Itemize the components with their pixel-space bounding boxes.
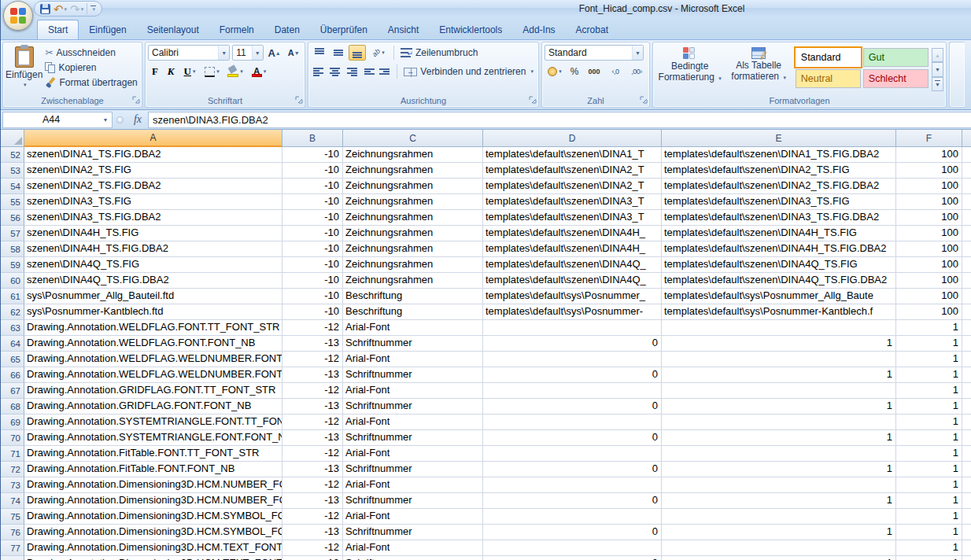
format-painter-button[interactable]: Format übertragen: [42, 76, 139, 89]
cell-A68[interactable]: Drawing.Annotation.GRIDFLAG.FONT.FONT_NB: [24, 399, 282, 414]
cell-D74[interactable]: 0: [483, 493, 662, 509]
cell-D54[interactable]: templates\default\szenen\DINA2_T: [483, 179, 662, 194]
paste-button[interactable]: Einfügen ▾: [6, 45, 42, 94]
align-top-button[interactable]: [311, 45, 328, 61]
cell-g71[interactable]: [962, 446, 971, 462]
cell-D67[interactable]: [483, 383, 662, 399]
row-header-65[interactable]: 65: [1, 352, 24, 367]
grow-font-button[interactable]: A▲: [266, 45, 283, 61]
cell-F70[interactable]: 1: [896, 430, 962, 446]
cell-F69[interactable]: 1: [896, 414, 962, 430]
cell-C70[interactable]: Schriftnummer: [343, 430, 483, 446]
chevron-down-icon[interactable]: ▼: [252, 46, 263, 60]
row-header-73[interactable]: 73: [1, 477, 24, 493]
thousand-separator-button[interactable]: 000: [584, 64, 604, 79]
cell-g66[interactable]: [962, 367, 971, 383]
cell-B61[interactable]: -10: [282, 289, 343, 304]
cell-D71[interactable]: [483, 446, 662, 462]
cell-E58[interactable]: templates\default\szenen\DINA4H_TS.FIG.D…: [662, 241, 896, 257]
cell-D55[interactable]: templates\default\szenen\DINA3_T: [483, 194, 662, 210]
cell-F53[interactable]: 100: [896, 163, 962, 179]
column-header-C[interactable]: C: [343, 130, 483, 147]
cell-D70[interactable]: 0: [483, 430, 662, 446]
row-header-76[interactable]: 76: [1, 525, 24, 540]
cell-D78[interactable]: 0: [483, 556, 662, 560]
cell-C59[interactable]: Zeichnungsrahmen: [343, 257, 483, 273]
row-header-57[interactable]: 57: [1, 226, 24, 241]
cell-F66[interactable]: 1: [896, 367, 962, 383]
gallery-more-icon[interactable]: ▼: [932, 77, 943, 91]
conditional-formatting-button[interactable]: Bedingte Formatierung ▾: [655, 45, 724, 94]
cell-A52[interactable]: szenen\DINA1_TS.FIG.DBA2: [24, 147, 282, 163]
cell-D57[interactable]: templates\default\szenen\DINA4H_: [483, 226, 662, 241]
paste-dropdown-icon[interactable]: ▾: [24, 82, 27, 88]
cell-E78[interactable]: 1: [662, 556, 896, 560]
cell-C69[interactable]: Arial-Font: [343, 414, 483, 430]
dialog-launcher-icon[interactable]: [132, 96, 140, 105]
cell-g75[interactable]: [962, 509, 971, 525]
merge-center-button[interactable]: ↔ Verbinden und zentrieren ▾: [401, 65, 536, 78]
cell-F58[interactable]: 100: [896, 241, 962, 257]
align-left-button[interactable]: [311, 64, 326, 79]
dialog-launcher-icon[interactable]: [529, 96, 537, 105]
orientation-button[interactable]: ab▾: [367, 45, 390, 61]
cell-D53[interactable]: templates\default\szenen\DINA2_T: [483, 163, 662, 179]
cell-A61[interactable]: sys\Posnummer_Allg_Bauteil.ftd: [24, 289, 282, 304]
borders-button[interactable]: ▾: [201, 64, 223, 79]
office-button[interactable]: [3, 1, 33, 31]
cell-E75[interactable]: [662, 509, 896, 525]
cell-g61[interactable]: [962, 289, 971, 304]
cell-E67[interactable]: [662, 383, 896, 399]
dialog-launcher-icon[interactable]: [295, 96, 303, 105]
row-header-58[interactable]: 58: [1, 241, 24, 257]
cell-E74[interactable]: 1: [662, 493, 896, 509]
cell-A74[interactable]: Drawing.Annotation.Dimensioning3D.HCM.NU…: [24, 493, 282, 509]
cell-g59[interactable]: [962, 257, 971, 273]
cell-D52[interactable]: templates\default\szenen\DINA1_T: [483, 147, 662, 163]
wrap-text-button[interactable]: ↵ Zeilenumbruch: [398, 46, 480, 59]
font-size-combo[interactable]: 11 ▼: [232, 45, 263, 61]
increase-decimal-button[interactable]: ‹,0: [606, 64, 625, 79]
tab-daten[interactable]: Daten: [264, 20, 310, 39]
cell-C76[interactable]: Schriftnummer: [343, 525, 483, 540]
name-box[interactable]: A44 ▼: [2, 112, 113, 128]
cell-B63[interactable]: -12: [282, 320, 343, 336]
cell-A69[interactable]: Drawing.Annotation.SYSTEMTRIANGLE.FONT.T…: [24, 414, 282, 430]
dialog-launcher-icon[interactable]: [640, 96, 648, 105]
cell-F52[interactable]: 100: [896, 147, 962, 163]
tab-add-ins[interactable]: Add-Ins: [512, 20, 565, 39]
cell-C66[interactable]: Schriftnummer: [343, 367, 483, 383]
cell-C61[interactable]: Beschriftung: [343, 289, 483, 304]
column-header-E[interactable]: E: [662, 130, 896, 147]
row-header-63[interactable]: 63: [1, 320, 24, 336]
cell-E66[interactable]: 1: [662, 367, 896, 383]
cell-g67[interactable]: [962, 383, 971, 399]
cell-E61[interactable]: templates\default\sys\Posnummer_Allg_Bau…: [662, 289, 896, 304]
cell-F73[interactable]: 1: [896, 477, 962, 493]
cell-E53[interactable]: templates\default\szenen\DINA2_TS.FIG: [662, 163, 896, 179]
cell-F61[interactable]: 100: [896, 289, 962, 304]
cell-D73[interactable]: [483, 477, 662, 493]
cell-F57[interactable]: 100: [896, 226, 962, 241]
cell-B65[interactable]: -12: [282, 352, 343, 367]
cell-g76[interactable]: [962, 525, 971, 540]
cell-D62[interactable]: templates\default\sys\Posnummer-: [483, 304, 662, 320]
cell-g60[interactable]: [962, 273, 971, 289]
copy-button[interactable]: Kopieren: [42, 61, 139, 74]
cell-B58[interactable]: -10: [282, 241, 343, 257]
cell-style-schlecht[interactable]: Schlecht: [863, 69, 929, 88]
cell-B68[interactable]: -13: [282, 399, 343, 414]
row-header-56[interactable]: 56: [1, 210, 24, 226]
chevron-down-icon[interactable]: ▼: [632, 46, 643, 60]
cell-g69[interactable]: [962, 414, 971, 430]
cell-g57[interactable]: [962, 226, 971, 241]
cell-B59[interactable]: -10: [282, 257, 343, 273]
cell-D77[interactable]: [483, 540, 662, 556]
cell-B78[interactable]: -13: [282, 556, 343, 560]
cell-A76[interactable]: Drawing.Annotation.Dimensioning3D.HCM.SY…: [24, 525, 282, 540]
cell-g74[interactable]: [962, 493, 971, 509]
cell-g73[interactable]: [962, 477, 971, 493]
cell-B77[interactable]: -12: [282, 540, 343, 556]
tab-ansicht[interactable]: Ansicht: [378, 20, 429, 39]
cell-B76[interactable]: -13: [282, 525, 343, 540]
